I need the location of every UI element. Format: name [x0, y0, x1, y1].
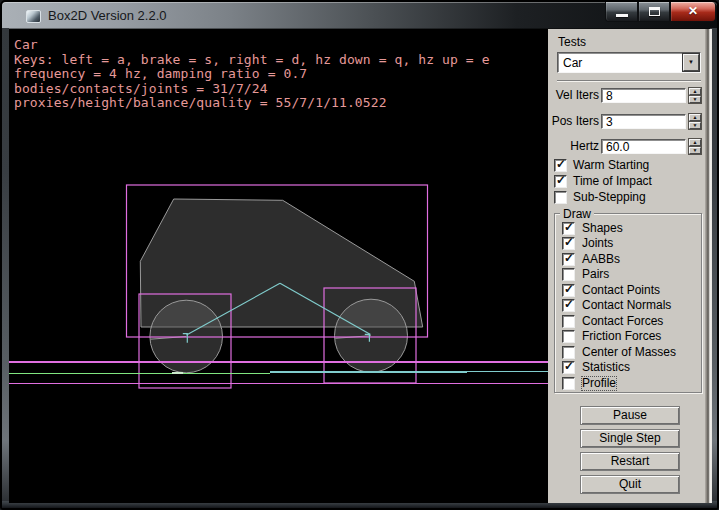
contact-forces-label: Contact Forces: [582, 315, 663, 328]
checkbox-center-of-masses[interactable]: [562, 346, 575, 359]
pos-iters-label: Pos Iters: [548, 114, 599, 129]
pos-iters-field[interactable]: [601, 114, 686, 129]
restart-button[interactable]: Restart: [580, 452, 680, 471]
pairs-label: Pairs: [582, 268, 609, 281]
maximize-icon: [649, 7, 660, 16]
hertz-label: Hertz: [548, 139, 599, 154]
checkbox-pairs[interactable]: [562, 268, 575, 281]
checkbox-shapes[interactable]: ✓: [562, 222, 575, 235]
overlay-frequency: frequency = 4 hz, damping ratio = 0.7: [14, 66, 307, 81]
contact-normals-label: Contact Normals: [582, 299, 671, 312]
friction-forces-label: Friction Forces: [582, 330, 661, 343]
checkbox-time-of-impact[interactable]: ✓: [554, 175, 567, 188]
quit-button[interactable]: Quit: [580, 475, 680, 494]
warm-starting-label: Warm Starting: [573, 159, 649, 172]
sub-stepping-label: Sub-Stepping: [573, 191, 646, 204]
check-icon: ✓: [564, 283, 574, 296]
overlay-body-stats: bodies/contacts/joints = 31/7/24: [14, 81, 268, 96]
debug-draw: Car Keys: left = a, brake = s, right = d…: [9, 29, 548, 503]
chevron-down-icon[interactable]: ▼: [683, 54, 699, 71]
checkbox-contact-normals[interactable]: ✓: [562, 299, 575, 312]
vel-iters-field[interactable]: [601, 88, 686, 103]
check-icon: ✓: [564, 360, 574, 373]
title-bar[interactable]: Box2D Version 2.2.0 ✕: [2, 2, 717, 29]
window-title: Box2D Version 2.2.0: [48, 8, 167, 23]
tests-label: Tests: [558, 35, 586, 49]
checkbox-contact-forces[interactable]: [562, 315, 575, 328]
check-icon: ✓: [556, 158, 566, 171]
spinner-up-icon[interactable]: ▲: [689, 88, 701, 95]
check-icon: ✓: [564, 252, 574, 265]
minimize-icon: [616, 14, 628, 17]
overlay-test-title: Car: [14, 37, 38, 52]
panel-edge: [705, 29, 712, 503]
joints-label: Joints: [582, 237, 613, 250]
overlay-proxy-stats: proxies/height/balance/quality = 55/7/1/…: [14, 95, 387, 110]
tests-dropdown-value: Car: [563, 56, 582, 70]
draw-group-label: Draw: [560, 207, 594, 221]
box2d-testbed-window: Box2D Version 2.2.0 ✕: [0, 0, 719, 510]
spinner-down-icon[interactable]: ▼: [689, 147, 701, 154]
spinner-down-icon[interactable]: ▼: [689, 122, 701, 129]
pause-button[interactable]: Pause: [580, 406, 680, 425]
overlay-keys: Keys: left = a, brake = s, right = d, hz…: [14, 52, 490, 67]
checkbox-joints[interactable]: ✓: [562, 237, 575, 250]
check-icon: ✓: [556, 174, 566, 187]
profile-label: Profile: [582, 377, 616, 390]
vel-iters-label: Vel Iters: [548, 88, 599, 103]
control-panel: Tests Car ▼ Vel Iters ▲ ▼ Pos Iters ▲ ▼ …: [548, 29, 712, 503]
spinner-up-icon[interactable]: ▲: [689, 139, 701, 146]
checkbox-profile[interactable]: [562, 377, 575, 390]
window-border-left: [2, 28, 9, 508]
aabbs-label: AABBs: [582, 253, 620, 266]
spinner-up-icon[interactable]: ▲: [689, 114, 701, 121]
statistics-label: Statistics: [582, 361, 630, 374]
shapes-label: Shapes: [582, 222, 623, 235]
tests-dropdown[interactable]: Car ▼: [557, 52, 701, 73]
checkbox-friction-forces[interactable]: [562, 330, 575, 343]
check-icon: ✓: [564, 221, 574, 234]
close-button[interactable]: ✕: [670, 2, 716, 22]
minimize-button[interactable]: [605, 2, 638, 22]
spinner-down-icon[interactable]: ▼: [689, 96, 701, 103]
checkbox-warm-starting[interactable]: ✓: [554, 159, 567, 172]
close-icon: ✕: [671, 4, 715, 18]
checkbox-aabbs[interactable]: ✓: [562, 253, 575, 266]
maximize-button[interactable]: [638, 2, 670, 22]
check-icon: ✓: [564, 298, 574, 311]
contact-points-label: Contact Points: [582, 284, 660, 297]
checkbox-contact-points[interactable]: ✓: [562, 284, 575, 297]
hertz-stepper: ▲ ▼: [689, 139, 701, 154]
single-step-button[interactable]: Single Step: [580, 429, 680, 448]
app-icon: [26, 10, 41, 23]
checkbox-sub-stepping[interactable]: [554, 191, 567, 204]
hertz-field[interactable]: [601, 139, 686, 154]
check-icon: ✓: [564, 236, 574, 249]
pos-iters-stepper: ▲ ▼: [689, 114, 701, 129]
checkbox-statistics[interactable]: ✓: [562, 361, 575, 374]
time-of-impact-label: Time of Impact: [573, 175, 652, 188]
center-of-masses-label: Center of Masses: [582, 346, 676, 359]
vel-iters-stepper: ▲ ▼: [689, 88, 701, 103]
simulation-canvas[interactable]: Car Keys: left = a, brake = s, right = d…: [9, 29, 548, 503]
window-controls: ✕: [605, 2, 716, 22]
separator: [557, 80, 701, 82]
